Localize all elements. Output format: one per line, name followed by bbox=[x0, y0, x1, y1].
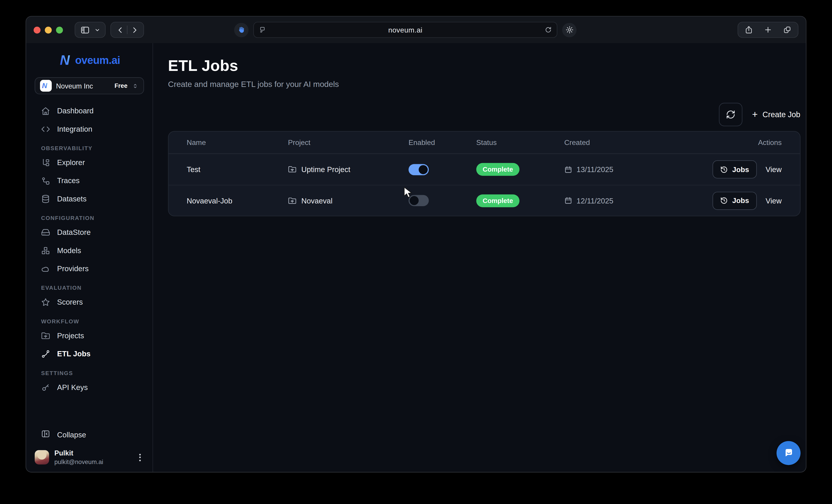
sidebar-item-integration[interactable]: Integration bbox=[26, 120, 153, 138]
user-kebab-menu-icon[interactable] bbox=[136, 452, 144, 464]
org-plan-badge: Free bbox=[114, 83, 127, 89]
org-name: Noveum Inc bbox=[56, 82, 110, 90]
project-name: Novaeval bbox=[302, 196, 333, 205]
project-name: Uptime Project bbox=[302, 165, 350, 174]
forward-button[interactable] bbox=[128, 23, 141, 36]
org-logo-badge: N bbox=[40, 80, 52, 92]
column-header-created: Created bbox=[564, 138, 712, 146]
back-button[interactable] bbox=[113, 23, 127, 36]
sidebar-item-explorer[interactable]: Explorer bbox=[26, 153, 153, 171]
sidebar-item-label: DataStore bbox=[57, 228, 90, 236]
main-content: ETL Jobs Create and manage ETL jobs for … bbox=[153, 43, 806, 472]
list-tree-icon bbox=[41, 158, 50, 167]
app-body: N oveum.ai N Noveum Inc Free bbox=[26, 43, 806, 472]
status-badge: Complete bbox=[476, 194, 520, 207]
jobs-button-label: Jobs bbox=[732, 196, 749, 204]
create-job-button[interactable]: + Create Job bbox=[752, 109, 800, 120]
sidebar-item-datasets[interactable]: Datasets bbox=[26, 190, 153, 208]
url-text: noveum.ai bbox=[254, 26, 557, 34]
cloud-icon bbox=[41, 264, 50, 273]
section-evaluation: EVALUATION bbox=[26, 278, 153, 293]
history-icon bbox=[720, 196, 728, 204]
avatar bbox=[34, 450, 49, 465]
screen: noveum.ai bbox=[0, 0, 832, 504]
plus-icon: + bbox=[752, 109, 758, 120]
jobs-button-label: Jobs bbox=[732, 165, 749, 173]
sidebar-item-label: Datasets bbox=[57, 194, 86, 203]
history-nav bbox=[110, 22, 144, 38]
tab-overview-icon[interactable] bbox=[783, 26, 791, 34]
chevron-down-icon bbox=[95, 27, 100, 33]
collapse-sidebar-button[interactable]: Collapse bbox=[26, 426, 153, 444]
traffic-lights bbox=[34, 26, 63, 33]
column-header-actions: Actions bbox=[758, 138, 782, 146]
workflow-icon bbox=[41, 176, 50, 185]
collapse-label: Collapse bbox=[57, 430, 86, 439]
noveum-logo: N oveum.ai bbox=[26, 51, 153, 70]
close-window-button[interactable] bbox=[34, 26, 41, 33]
sidebar-item-providers[interactable]: Providers bbox=[26, 259, 153, 278]
address-bar-group: noveum.ai bbox=[234, 22, 576, 38]
jobs-button[interactable]: Jobs bbox=[712, 192, 757, 209]
svg-text:N: N bbox=[42, 82, 48, 90]
sidebar-item-traces[interactable]: Traces bbox=[26, 172, 153, 190]
browser-chrome: noveum.ai bbox=[26, 17, 806, 43]
sidebar-item-projects[interactable]: Projects bbox=[26, 327, 153, 344]
sidebar-panel-icon bbox=[80, 25, 90, 35]
new-tab-icon[interactable] bbox=[764, 26, 772, 34]
share-icon[interactable] bbox=[745, 26, 753, 34]
database-icon bbox=[41, 194, 50, 203]
column-header-status: Status bbox=[476, 138, 564, 146]
view-link[interactable]: View bbox=[765, 165, 782, 174]
route-icon bbox=[41, 349, 50, 358]
sidebar-bottom: Collapse Pulkit pulkit@noveum.ai bbox=[26, 426, 153, 467]
created-date-text: 12/11/2025 bbox=[576, 196, 614, 205]
user-name: Pulkit bbox=[54, 449, 131, 458]
url-field[interactable]: noveum.ai bbox=[254, 22, 557, 38]
toolbar: + Create Job bbox=[168, 103, 800, 126]
org-selector[interactable]: N Noveum Inc Free bbox=[34, 77, 144, 94]
sidebar-item-label: Scorers bbox=[57, 298, 83, 306]
enabled-toggle[interactable] bbox=[409, 164, 429, 175]
sidebar-toggle-button[interactable] bbox=[75, 22, 106, 38]
column-header-name: Name bbox=[187, 138, 288, 146]
section-observability: OBSERVABILITY bbox=[26, 138, 153, 153]
sidebar-item-scorers[interactable]: Scorers bbox=[26, 293, 153, 311]
job-name: Test bbox=[187, 165, 288, 174]
job-project: Novaeval bbox=[288, 196, 409, 205]
code-icon bbox=[41, 124, 50, 134]
zoom-window-button[interactable] bbox=[56, 26, 63, 33]
sidebar-item-api-keys[interactable]: API Keys bbox=[26, 378, 153, 396]
user-menu[interactable]: Pulkit pulkit@noveum.ai bbox=[26, 444, 153, 467]
sidebar-item-label: ETL Jobs bbox=[57, 349, 90, 358]
intercom-chat-button[interactable] bbox=[777, 441, 801, 465]
sidebar: N oveum.ai N Noveum Inc Free bbox=[26, 43, 153, 472]
section-workflow: WORKFLOW bbox=[26, 311, 153, 327]
created-date-text: 13/11/2025 bbox=[576, 165, 614, 174]
sidebar-item-dashboard[interactable]: Dashboard bbox=[26, 102, 153, 120]
refresh-button[interactable] bbox=[719, 103, 743, 126]
sidebar-item-models[interactable]: Models bbox=[26, 242, 153, 259]
minimize-window-button[interactable] bbox=[45, 26, 52, 33]
column-header-enabled: Enabled bbox=[409, 138, 476, 146]
page-subtitle: Create and manage ETL jobs for your AI m… bbox=[168, 79, 800, 88]
noveum-logo-mark: N bbox=[58, 53, 75, 68]
view-link[interactable]: View bbox=[765, 196, 782, 205]
refresh-icon bbox=[726, 110, 735, 119]
calendar-icon bbox=[564, 165, 572, 173]
enabled-toggle[interactable] bbox=[409, 195, 429, 206]
noveum-logo-text: oveum.ai bbox=[75, 54, 120, 66]
settings-gear-icon[interactable] bbox=[562, 23, 576, 37]
section-configuration: CONFIGURATION bbox=[26, 208, 153, 223]
column-header-project: Project bbox=[288, 138, 409, 146]
sidebar-nav: Dashboard Integration OBSERVABILITY bbox=[26, 102, 153, 396]
sidebar-item-label: API Keys bbox=[57, 383, 88, 392]
chat-bubble-icon bbox=[782, 447, 795, 459]
sidebar-item-etl-jobs[interactable]: ETL Jobs bbox=[26, 344, 153, 363]
sidebar-item-label: Explorer bbox=[57, 158, 85, 167]
sidebar-item-datastore[interactable]: DataStore bbox=[26, 223, 153, 241]
jobs-button[interactable]: Jobs bbox=[712, 160, 757, 178]
chevrons-up-down-icon bbox=[132, 82, 139, 89]
content-blocker-icon[interactable] bbox=[234, 23, 249, 37]
status-badge: Complete bbox=[476, 163, 520, 176]
